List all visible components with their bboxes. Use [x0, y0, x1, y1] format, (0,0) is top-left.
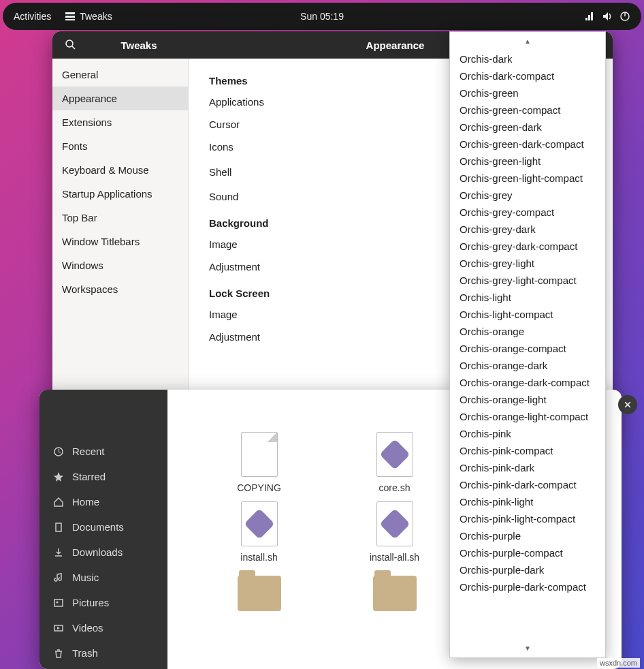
- dropdown-item[interactable]: Orchis-grey-compact: [450, 204, 605, 221]
- clock[interactable]: Sun 05:19: [300, 11, 344, 22]
- search-icon: [65, 40, 76, 50]
- app-menu-label: Tweaks: [80, 11, 112, 22]
- dropdown-item[interactable]: Orchis-orange: [450, 323, 605, 340]
- app-menu[interactable]: Tweaks: [65, 11, 112, 22]
- file-item[interactable]: core.sh: [330, 431, 459, 493]
- svg-rect-17: [56, 523, 61, 531]
- dropdown-item[interactable]: Orchis-grey-light-compact: [450, 272, 605, 289]
- dropdown-item[interactable]: Orchis-green: [450, 84, 605, 102]
- sidebar-item-general[interactable]: General: [52, 63, 188, 87]
- dropdown-item[interactable]: Orchis-green-light-compact: [450, 170, 605, 187]
- files-sidebar-label: Recent: [72, 446, 105, 457]
- files-sidebar: RecentStarredHomeDocumentsDownloadsMusic…: [39, 390, 167, 669]
- dropdown-item[interactable]: Orchis-grey-dark-compact: [450, 238, 605, 255]
- svg-point-19: [57, 601, 59, 603]
- activities-button[interactable]: Activities: [14, 11, 51, 22]
- row-shell: Shell: [209, 166, 231, 178]
- sidebar-item-workspaces[interactable]: Workspaces: [52, 277, 188, 301]
- dropdown-item[interactable]: Orchis-pink-light: [450, 493, 605, 510]
- row-bg-image[interactable]: Image: [209, 238, 238, 250]
- row-cursor[interactable]: Cursor: [209, 119, 240, 130]
- dropdown-item[interactable]: Orchis-pink: [450, 425, 605, 442]
- row-sound[interactable]: Sound: [209, 191, 238, 202]
- dropdown-item[interactable]: Orchis-grey-light: [450, 255, 605, 272]
- dropdown-item[interactable]: Orchis-green-dark-compact: [450, 136, 605, 153]
- sidebar-item-appearance[interactable]: Appearance: [52, 87, 188, 110]
- sidebar-item-window-titlebars[interactable]: Window Titlebars: [52, 230, 188, 253]
- dropdown-item[interactable]: Orchis-green-compact: [450, 102, 605, 119]
- sidebar-item-keyboard-mouse[interactable]: Keyboard & Mouse: [52, 158, 188, 182]
- script-icon: [373, 500, 417, 548]
- dropdown-item[interactable]: Orchis-dark: [450, 50, 605, 67]
- dropdown-item[interactable]: Orchis-pink-dark: [450, 459, 605, 476]
- theme-dropdown[interactable]: ▲ Orchis-darkOrchis-dark-compactOrchis-g…: [449, 31, 606, 658]
- dropdown-item[interactable]: Orchis-orange-dark: [450, 357, 605, 374]
- svg-rect-18: [54, 600, 63, 606]
- file-item[interactable]: [195, 570, 323, 621]
- files-sidebar-starred[interactable]: Starred: [39, 464, 167, 489]
- row-icons[interactable]: Icons: [209, 141, 234, 153]
- sidebar-item-top-bar[interactable]: Top Bar: [52, 206, 188, 230]
- row-bg-adjustment[interactable]: Adjustment: [209, 261, 260, 273]
- network-icon[interactable]: [584, 11, 595, 22]
- file-item[interactable]: install-all.sh: [330, 500, 459, 563]
- files-sidebar-pictures[interactable]: Pictures: [39, 590, 167, 615]
- dropdown-item[interactable]: Orchis-pink-light-compact: [450, 510, 605, 527]
- dropdown-item[interactable]: Orchis-light-compact: [450, 306, 605, 323]
- dropdown-item[interactable]: Orchis-green-light: [450, 153, 605, 170]
- file-item[interactable]: COPYING: [195, 431, 323, 493]
- svg-rect-5: [591, 12, 593, 20]
- files-close-button[interactable]: [618, 395, 637, 414]
- image-icon: [53, 597, 64, 608]
- dropdown-item[interactable]: Orchis-orange-dark-compact: [450, 374, 605, 391]
- files-sidebar-label: Home: [72, 496, 99, 508]
- dropdown-item[interactable]: Orchis-orange-compact: [450, 340, 605, 357]
- power-icon[interactable]: [619, 11, 630, 22]
- files-sidebar-label: Music: [72, 572, 99, 583]
- dropdown-item[interactable]: Orchis-green-dark: [450, 119, 605, 136]
- row-applications[interactable]: Applications: [209, 96, 264, 108]
- music-icon: [53, 572, 64, 583]
- tweaks-sidebar: GeneralAppearanceExtensionsFontsKeyboard…: [52, 59, 189, 432]
- dropdown-item[interactable]: Orchis-purple-dark: [450, 561, 605, 578]
- file-item[interactable]: [330, 570, 459, 621]
- search-button[interactable]: [61, 35, 81, 55]
- row-lock-adjustment[interactable]: Adjustment: [209, 331, 260, 343]
- dropdown-item[interactable]: Orchis-light: [450, 289, 605, 306]
- sidebar-item-fonts[interactable]: Fonts: [52, 134, 188, 158]
- window-title-left: Tweaks: [81, 40, 197, 51]
- sidebar-item-windows[interactable]: Windows: [52, 253, 188, 277]
- dropdown-item[interactable]: Orchis-grey-dark: [450, 221, 605, 238]
- files-sidebar-documents[interactable]: Documents: [39, 514, 167, 540]
- dropdown-item[interactable]: Orchis-dark-compact: [450, 67, 605, 84]
- files-sidebar-trash[interactable]: Trash: [39, 640, 167, 666]
- svg-line-9: [72, 46, 75, 49]
- dropdown-item[interactable]: Orchis-grey: [450, 187, 605, 204]
- scroll-up[interactable]: ▲: [450, 32, 605, 50]
- files-sidebar-downloads[interactable]: Downloads: [39, 540, 167, 565]
- files-sidebar-home[interactable]: Home: [39, 489, 167, 514]
- files-sidebar-music[interactable]: Music: [39, 565, 167, 590]
- sidebar-item-startup-applications[interactable]: Startup Applications: [52, 182, 188, 206]
- svg-line-16: [59, 452, 61, 453]
- script-icon: [373, 431, 417, 478]
- files-sidebar-videos[interactable]: Videos: [39, 615, 167, 640]
- dropdown-item[interactable]: Orchis-pink-compact: [450, 442, 605, 459]
- volume-icon[interactable]: [602, 11, 613, 22]
- dropdown-item[interactable]: Orchis-pink-dark-compact: [450, 476, 605, 493]
- dropdown-item[interactable]: Orchis-purple-dark-compact: [450, 578, 605, 595]
- file-item[interactable]: install.sh: [195, 500, 323, 563]
- dropdown-item[interactable]: Orchis-orange-light: [450, 391, 605, 408]
- dropdown-item[interactable]: Orchis-purple: [450, 527, 605, 544]
- sidebar-item-extensions[interactable]: Extensions: [52, 110, 188, 134]
- file-label: install.sh: [240, 552, 277, 563]
- files-sidebar-recent[interactable]: Recent: [39, 439, 167, 464]
- trash-icon: [53, 648, 64, 659]
- files-sidebar-label: Downloads: [72, 546, 123, 558]
- folder-icon: [373, 570, 417, 617]
- dropdown-item[interactable]: Orchis-purple-compact: [450, 544, 605, 561]
- dropdown-item[interactable]: Orchis-orange-light-compact: [450, 408, 605, 425]
- scroll-down[interactable]: ▼: [450, 639, 605, 657]
- file-label: core.sh: [379, 482, 410, 493]
- row-lock-image[interactable]: Image: [209, 309, 238, 320]
